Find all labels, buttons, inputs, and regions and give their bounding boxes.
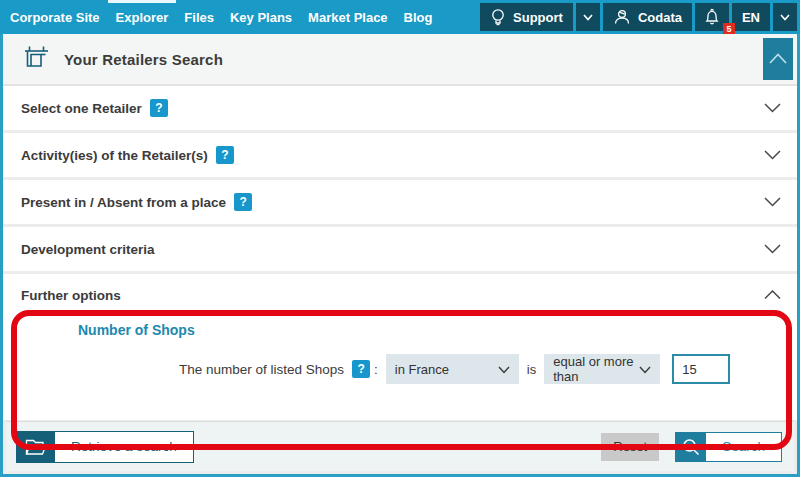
section-present-absent-place[interactable]: Present in / Absent from a place ? [3, 180, 797, 224]
nav-item-corporate-site[interactable]: Corporate Site [2, 0, 108, 34]
nav-item-files[interactable]: Files [176, 0, 222, 34]
chevron-down-icon [498, 362, 510, 377]
chevron-down-icon[interactable] [764, 103, 781, 113]
language-label: EN [742, 10, 760, 25]
footer-action-bar: Retrieve a search Reset Search [6, 421, 794, 471]
chevron-down-icon [583, 14, 593, 21]
section-development-criteria[interactable]: Development criteria [3, 227, 797, 271]
page-title: Your Retailers Search [64, 51, 223, 68]
reset-button[interactable]: Reset [601, 433, 659, 461]
section-label: Present in / Absent from a place [21, 195, 226, 210]
footer-right-actions: Reset Search [601, 432, 782, 462]
section-activities-of-retailers[interactable]: Activity(ies) of the Retailer(s) ? [3, 133, 797, 177]
support-button[interactable]: Support [480, 3, 573, 31]
operator-select-value: equal or more than [553, 354, 639, 384]
listed-shops-filter-row: The number of listed Shops ? : in France… [179, 354, 797, 384]
retrieve-search-button[interactable]: Retrieve a search [16, 431, 194, 463]
section-label: Activity(ies) of the Retailer(s) [21, 148, 208, 163]
bell-icon [702, 7, 722, 27]
section-label: Further options [21, 288, 121, 303]
help-icon[interactable]: ? [216, 146, 234, 164]
chevron-up-icon[interactable] [764, 290, 781, 300]
support-label: Support [513, 10, 563, 25]
main-menu: Corporate Site Explorer Files Key Plans … [0, 0, 441, 34]
chevron-down-icon [780, 14, 790, 21]
account-button[interactable]: Codata [603, 3, 692, 31]
section-further-options: Further options Number of Shops The numb… [3, 274, 797, 420]
retrieve-search-label: Retrieve a search [55, 432, 193, 462]
nav-item-market-place[interactable]: Market Place [300, 0, 396, 34]
nav-item-explorer[interactable]: Explorer [108, 0, 177, 34]
further-options-header[interactable]: Further options [3, 274, 797, 316]
notifications-button[interactable]: 5 [695, 3, 729, 31]
chevron-up-icon [769, 50, 787, 68]
connector-label: is [527, 362, 536, 377]
support-dropdown-button[interactable] [576, 3, 600, 31]
section-select-one-retailer[interactable]: Select one Retailer ? [3, 86, 797, 130]
content-frame: Your Retailers Search Select one Retaile… [0, 34, 800, 477]
section-label: Select one Retailer [21, 101, 142, 116]
section-label: Development criteria [21, 242, 155, 257]
colon-separator: : [374, 362, 378, 377]
page-header: Your Retailers Search [3, 34, 797, 86]
help-icon[interactable]: ? [234, 193, 252, 211]
shops-count-input[interactable] [672, 354, 730, 384]
nav-utilities: Support Codata [480, 0, 800, 34]
listed-shops-label: The number of listed Shops [179, 362, 344, 377]
collapse-panel-button[interactable] [763, 38, 793, 80]
retailers-search-page: Corporate Site Explorer Files Key Plans … [0, 0, 800, 477]
help-icon[interactable]: ? [150, 99, 168, 117]
user-icon [613, 8, 631, 26]
chevron-down-icon[interactable] [764, 150, 781, 160]
search-icon [676, 433, 706, 461]
place-select-value: in France [395, 362, 449, 377]
nav-item-key-plans[interactable]: Key Plans [222, 0, 300, 34]
place-select[interactable]: in France [386, 354, 519, 384]
chevron-down-icon [639, 362, 651, 377]
help-icon[interactable]: ? [352, 360, 370, 378]
search-button-label: Search [706, 433, 781, 461]
search-button[interactable]: Search [675, 432, 782, 462]
chevron-down-icon[interactable] [764, 197, 781, 207]
number-of-shops-heading: Number of Shops [78, 322, 797, 338]
account-label: Codata [638, 10, 682, 25]
open-folder-icon [17, 432, 55, 462]
top-navigation: Corporate Site Explorer Files Key Plans … [0, 0, 800, 34]
lightbulb-icon [490, 8, 506, 26]
language-button[interactable]: EN [732, 3, 770, 31]
nav-item-blog[interactable]: Blog [396, 0, 441, 34]
chevron-down-icon[interactable] [764, 244, 781, 254]
storefront-icon [23, 44, 50, 75]
operator-select[interactable]: equal or more than [544, 354, 660, 384]
language-dropdown-button[interactable] [773, 3, 797, 31]
